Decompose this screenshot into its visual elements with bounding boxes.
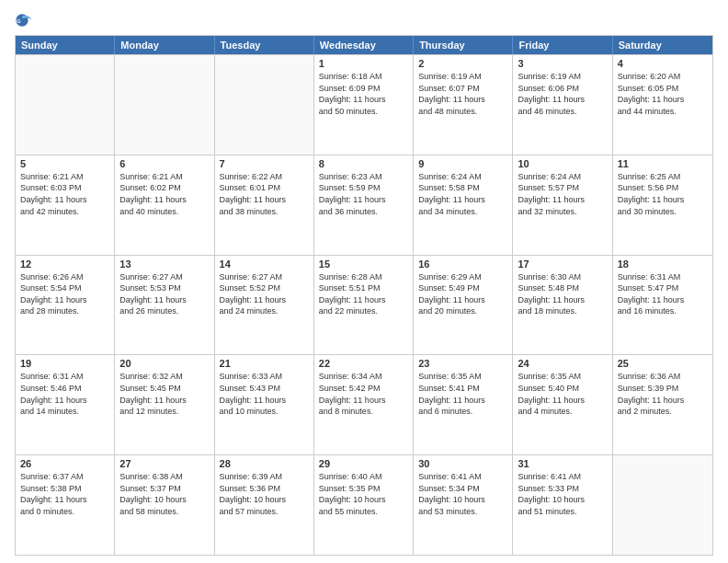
calendar-header-cell: Wednesday [314, 36, 414, 54]
calendar-cell: 19Sunrise: 6:31 AMSunset: 5:46 PMDayligh… [16, 355, 115, 454]
cell-text: Sunrise: 6:22 AMSunset: 6:01 PMDaylight:… [220, 171, 309, 217]
calendar-cell: 9Sunrise: 6:24 AMSunset: 5:58 PMDaylight… [414, 155, 513, 255]
calendar-cell: 23Sunrise: 6:35 AMSunset: 5:41 PMDayligh… [414, 355, 513, 454]
cell-text: Sunrise: 6:38 AMSunset: 5:37 PMDaylight:… [119, 471, 209, 517]
cell-text: Sunrise: 6:29 AMSunset: 5:49 PMDaylight:… [418, 271, 507, 317]
calendar-cell: 15Sunrise: 6:28 AMSunset: 5:51 PMDayligh… [314, 256, 414, 355]
cell-text: Sunrise: 6:26 AMSunset: 5:54 PMDaylight:… [20, 271, 109, 317]
day-number: 8 [319, 158, 408, 169]
cell-text: Sunrise: 6:32 AMSunset: 5:45 PMDaylight:… [119, 371, 209, 417]
calendar-header: SundayMondayTuesdayWednesdayThursdayFrid… [16, 36, 712, 54]
day-number: 31 [518, 458, 607, 469]
cell-text: Sunrise: 6:37 AMSunset: 5:38 PMDaylight:… [20, 471, 109, 517]
calendar-header-cell: Saturday [613, 36, 712, 54]
day-number: 10 [518, 158, 607, 169]
calendar-cell: 25Sunrise: 6:36 AMSunset: 5:39 PMDayligh… [613, 355, 712, 454]
calendar-cell [215, 55, 314, 155]
calendar-cell: 29Sunrise: 6:40 AMSunset: 5:35 PMDayligh… [314, 455, 414, 555]
calendar-row: 19Sunrise: 6:31 AMSunset: 5:46 PMDayligh… [16, 354, 712, 454]
cell-text: Sunrise: 6:18 AMSunset: 6:09 PMDaylight:… [319, 71, 408, 117]
cell-text: Sunrise: 6:28 AMSunset: 5:51 PMDaylight:… [319, 271, 408, 317]
cell-text: Sunrise: 6:21 AMSunset: 6:03 PMDaylight:… [20, 171, 109, 217]
calendar-cell: 20Sunrise: 6:32 AMSunset: 5:45 PMDayligh… [115, 355, 214, 454]
page: G SundayMondayTuesdayWednesdayThursdayFr… [0, 0, 728, 563]
day-number: 1 [319, 58, 408, 69]
cell-text: Sunrise: 6:35 AMSunset: 5:41 PMDaylight:… [418, 371, 507, 417]
calendar-cell: 21Sunrise: 6:33 AMSunset: 5:43 PMDayligh… [215, 355, 314, 454]
day-number: 4 [618, 58, 708, 69]
calendar-row: 26Sunrise: 6:37 AMSunset: 5:38 PMDayligh… [16, 454, 712, 555]
calendar-cell: 26Sunrise: 6:37 AMSunset: 5:38 PMDayligh… [16, 455, 115, 555]
svg-text:G: G [17, 18, 21, 24]
cell-text: Sunrise: 6:25 AMSunset: 5:56 PMDaylight:… [618, 171, 708, 217]
calendar-cell: 22Sunrise: 6:34 AMSunset: 5:42 PMDayligh… [314, 355, 414, 454]
calendar-cell [115, 55, 214, 155]
calendar-cell: 3Sunrise: 6:19 AMSunset: 6:06 PMDaylight… [513, 55, 612, 155]
calendar-cell: 24Sunrise: 6:35 AMSunset: 5:40 PMDayligh… [513, 355, 612, 454]
cell-text: Sunrise: 6:19 AMSunset: 6:06 PMDaylight:… [518, 71, 607, 117]
calendar: SundayMondayTuesdayWednesdayThursdayFrid… [15, 35, 713, 556]
calendar-cell: 14Sunrise: 6:27 AMSunset: 5:52 PMDayligh… [215, 256, 314, 355]
calendar-cell: 17Sunrise: 6:30 AMSunset: 5:48 PMDayligh… [513, 256, 612, 355]
calendar-header-cell: Tuesday [215, 36, 314, 54]
day-number: 21 [220, 358, 309, 369]
calendar-cell: 30Sunrise: 6:41 AMSunset: 5:34 PMDayligh… [414, 455, 513, 555]
calendar-cell: 2Sunrise: 6:19 AMSunset: 6:07 PMDaylight… [414, 55, 513, 155]
calendar-header-cell: Monday [115, 36, 214, 54]
cell-text: Sunrise: 6:31 AMSunset: 5:46 PMDaylight:… [20, 371, 109, 417]
calendar-cell: 31Sunrise: 6:41 AMSunset: 5:33 PMDayligh… [513, 455, 612, 555]
day-number: 12 [20, 259, 109, 270]
calendar-cell: 5Sunrise: 6:21 AMSunset: 6:03 PMDaylight… [16, 155, 115, 255]
calendar-header-cell: Sunday [16, 36, 115, 54]
calendar-cell: 7Sunrise: 6:22 AMSunset: 6:01 PMDaylight… [215, 155, 314, 255]
day-number: 27 [119, 458, 209, 469]
calendar-cell [613, 455, 712, 555]
calendar-cell: 11Sunrise: 6:25 AMSunset: 5:56 PMDayligh… [613, 155, 712, 255]
cell-text: Sunrise: 6:21 AMSunset: 6:02 PMDaylight:… [119, 171, 209, 217]
cell-text: Sunrise: 6:20 AMSunset: 6:05 PMDaylight:… [618, 71, 708, 117]
day-number: 6 [119, 158, 209, 169]
day-number: 9 [418, 158, 507, 169]
cell-text: Sunrise: 6:19 AMSunset: 6:07 PMDaylight:… [418, 71, 507, 117]
cell-text: Sunrise: 6:35 AMSunset: 5:40 PMDaylight:… [518, 371, 607, 417]
calendar-cell: 1Sunrise: 6:18 AMSunset: 6:09 PMDaylight… [314, 55, 414, 155]
cell-text: Sunrise: 6:30 AMSunset: 5:48 PMDaylight:… [518, 271, 607, 317]
header: G [15, 11, 713, 29]
cell-text: Sunrise: 6:27 AMSunset: 5:52 PMDaylight:… [220, 271, 309, 317]
day-number: 19 [20, 358, 109, 369]
day-number: 30 [418, 458, 507, 469]
day-number: 22 [319, 358, 408, 369]
calendar-cell: 27Sunrise: 6:38 AMSunset: 5:37 PMDayligh… [115, 455, 214, 555]
logo: G [15, 11, 35, 29]
cell-text: Sunrise: 6:23 AMSunset: 5:59 PMDaylight:… [319, 171, 408, 217]
cell-text: Sunrise: 6:40 AMSunset: 5:35 PMDaylight:… [319, 471, 408, 517]
cell-text: Sunrise: 6:24 AMSunset: 5:58 PMDaylight:… [418, 171, 507, 217]
day-number: 20 [119, 358, 209, 369]
calendar-cell: 10Sunrise: 6:24 AMSunset: 5:57 PMDayligh… [513, 155, 612, 255]
day-number: 14 [220, 259, 309, 270]
day-number: 7 [220, 158, 309, 169]
day-number: 15 [319, 259, 408, 270]
cell-text: Sunrise: 6:41 AMSunset: 5:34 PMDaylight:… [418, 471, 507, 517]
day-number: 24 [518, 358, 607, 369]
cell-text: Sunrise: 6:24 AMSunset: 5:57 PMDaylight:… [518, 171, 607, 217]
cell-text: Sunrise: 6:36 AMSunset: 5:39 PMDaylight:… [618, 371, 708, 417]
calendar-body: 1Sunrise: 6:18 AMSunset: 6:09 PMDaylight… [16, 54, 712, 555]
day-number: 11 [618, 158, 708, 169]
day-number: 5 [20, 158, 109, 169]
calendar-cell: 16Sunrise: 6:29 AMSunset: 5:49 PMDayligh… [414, 256, 513, 355]
calendar-row: 12Sunrise: 6:26 AMSunset: 5:54 PMDayligh… [16, 255, 712, 355]
day-number: 16 [418, 259, 507, 270]
cell-text: Sunrise: 6:34 AMSunset: 5:42 PMDaylight:… [319, 371, 408, 417]
day-number: 2 [418, 58, 507, 69]
day-number: 3 [518, 58, 607, 69]
cell-text: Sunrise: 6:41 AMSunset: 5:33 PMDaylight:… [518, 471, 607, 517]
calendar-cell: 6Sunrise: 6:21 AMSunset: 6:02 PMDaylight… [115, 155, 214, 255]
calendar-cell: 18Sunrise: 6:31 AMSunset: 5:47 PMDayligh… [613, 256, 712, 355]
cell-text: Sunrise: 6:39 AMSunset: 5:36 PMDaylight:… [220, 471, 309, 517]
day-number: 17 [518, 259, 607, 270]
calendar-cell: 4Sunrise: 6:20 AMSunset: 6:05 PMDaylight… [613, 55, 712, 155]
day-number: 28 [220, 458, 309, 469]
day-number: 25 [618, 358, 708, 369]
calendar-cell: 12Sunrise: 6:26 AMSunset: 5:54 PMDayligh… [16, 256, 115, 355]
